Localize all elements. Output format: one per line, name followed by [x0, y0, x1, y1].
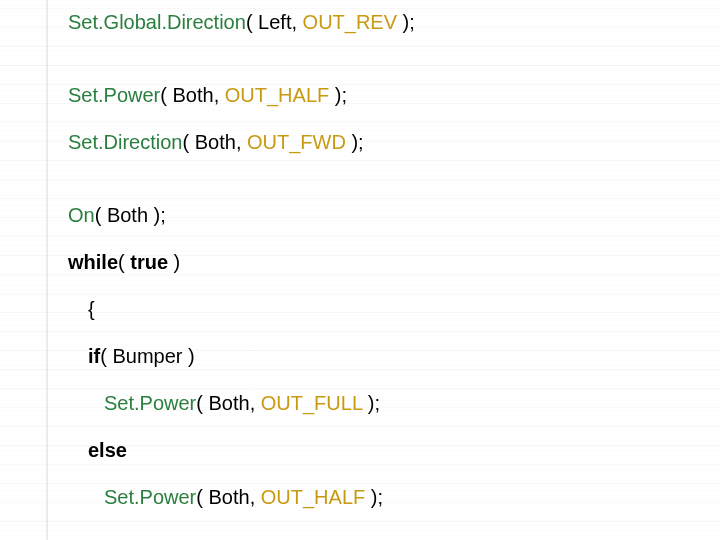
const: OUT_FWD — [247, 131, 346, 153]
paren-open: ( — [95, 204, 107, 226]
keyword-true: true — [130, 251, 168, 273]
sep: , — [214, 84, 225, 106]
paren-open: ( — [183, 131, 195, 153]
paren-open: ( — [246, 11, 258, 33]
paren-open: ( — [118, 251, 130, 273]
arg: Both — [208, 392, 249, 414]
sep: , — [291, 11, 302, 33]
paren-close: ); — [362, 392, 380, 414]
arg: Both — [208, 486, 249, 508]
code-block: Set.Global.Direction( Left, OUT_REV ); S… — [0, 0, 720, 510]
const: OUT_HALF — [261, 486, 365, 508]
sep: , — [250, 486, 261, 508]
const: OUT_HALF — [225, 84, 329, 106]
code-line-1: Set.Global.Direction( Left, OUT_REV ); — [68, 10, 720, 35]
paren-close: ); — [397, 11, 415, 33]
code-line-9: else — [68, 438, 720, 463]
keyword-while: while — [68, 251, 118, 273]
arg: Both — [195, 131, 236, 153]
paren-open: ( — [196, 486, 208, 508]
fn-name: Set.Power — [68, 84, 160, 106]
paren-close: ) — [168, 251, 180, 273]
paren-open: ( — [160, 84, 172, 106]
fn-name: Set.Direction — [68, 131, 183, 153]
code-line-5: while( true ) — [68, 250, 720, 275]
brace-open: { — [88, 298, 95, 320]
code-line-6: { — [68, 297, 720, 322]
arg: Both — [107, 204, 148, 226]
fn-name: Set.Global.Direction — [68, 11, 246, 33]
fn-name: Set.Power — [104, 392, 196, 414]
fn-name: Set.Power — [104, 486, 196, 508]
paren-close: ); — [346, 131, 364, 153]
sep: , — [236, 131, 247, 153]
paren-close: ); — [148, 204, 166, 226]
blank-line — [68, 177, 720, 203]
paren-close: ); — [329, 84, 347, 106]
code-line-8: Set.Power( Both, OUT_FULL ); — [68, 391, 720, 416]
fn-name: On — [68, 204, 95, 226]
arg: Left — [258, 11, 291, 33]
const: OUT_FULL — [261, 392, 363, 414]
paren-open: ( — [196, 392, 208, 414]
paren-close: ) — [182, 345, 194, 367]
keyword-if: if — [88, 345, 100, 367]
arg: Both — [172, 84, 213, 106]
code-line-10: Set.Power( Both, OUT_HALF ); — [68, 485, 720, 510]
sep: , — [250, 392, 261, 414]
const: OUT_REV — [303, 11, 397, 33]
arg: Bumper — [112, 345, 182, 367]
code-line-4: On( Both ); — [68, 203, 720, 228]
keyword-else: else — [88, 439, 127, 461]
code-line-3: Set.Direction( Both, OUT_FWD ); — [68, 130, 720, 155]
paren-open: ( — [100, 345, 112, 367]
code-line-2: Set.Power( Both, OUT_HALF ); — [68, 83, 720, 108]
paren-close: ); — [365, 486, 383, 508]
blank-line — [68, 57, 720, 83]
code-line-7: if( Bumper ) — [68, 344, 720, 369]
